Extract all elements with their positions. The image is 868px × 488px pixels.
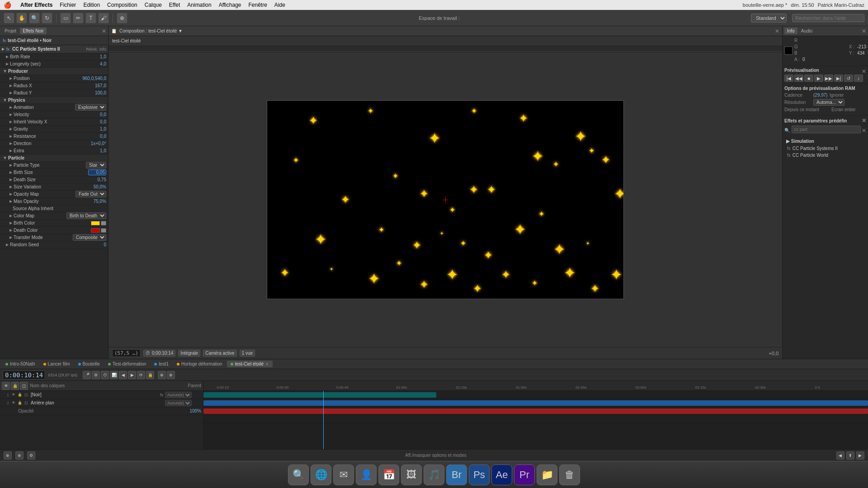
right-panel-close[interactable]: ✕ [862, 28, 866, 34]
preview-last-btn[interactable]: ▶| [834, 75, 843, 82]
layer-lock-1[interactable]: 🔒 [17, 392, 23, 398]
menu-animation[interactable]: Animation [187, 2, 211, 8]
tl-btn-2[interactable]: ⏱ [101, 371, 109, 379]
size-variation-value[interactable]: 50,0% [88, 184, 106, 189]
dock-trash[interactable]: 🗑 [559, 465, 580, 485]
timeline-timecode[interactable]: 0:00:10:14 [3, 371, 45, 380]
comp-panel-close[interactable]: ✕ [775, 28, 779, 34]
cadence-value[interactable]: (29,97) [813, 93, 828, 98]
dock-pr[interactable]: Pr [514, 465, 535, 485]
death-size-value[interactable]: 0,75 [88, 177, 106, 182]
tool-select[interactable]: ↖ [4, 13, 14, 23]
radius-y-value[interactable]: 100,0 [88, 90, 106, 95]
birth-color-swatch2[interactable] [101, 221, 106, 225]
preview-prev-btn[interactable]: ◀◀ [794, 75, 803, 82]
producer-expand[interactable]: ▶ [4, 70, 7, 73]
tl-layer-1[interactable]: 1 👁 🔒 ◫ [Noir] fx Aucun(e) [0, 391, 203, 399]
random-seed-expand[interactable]: ▶ [5, 243, 9, 247]
bottom-btn-1[interactable]: ⊗ [15, 451, 24, 460]
longevity-value[interactable]: 4,0 [88, 61, 106, 66]
dock-calendar[interactable]: 📅 [378, 465, 399, 485]
birth-color-expand[interactable]: ▶ [9, 221, 13, 225]
max-opacity-expand[interactable]: ▶ [9, 200, 13, 203]
layer-3d-2[interactable]: ◫ [24, 400, 29, 406]
layer-vis-1[interactable]: 👁 [11, 392, 16, 398]
dock-ae[interactable]: Ae [491, 465, 512, 485]
tl-mode-1[interactable]: ⊗ [167, 371, 175, 379]
layer-parent-select-2[interactable]: Aucun(e) [165, 400, 192, 406]
tool-puppet[interactable]: ⊕ [117, 13, 127, 23]
velocity-value[interactable]: 0,0 [88, 112, 106, 117]
workspace-selector[interactable]: Standard [751, 14, 787, 23]
menu-affichage[interactable]: Affichage [219, 2, 241, 8]
panel-close-icon[interactable]: ✕ [102, 28, 106, 34]
apple-logo-icon[interactable]: 🍎 [4, 1, 11, 9]
birth-rate-value[interactable]: 1,0 [88, 54, 106, 59]
menu-composition[interactable]: Composition [107, 2, 137, 8]
tl-tab-2[interactable]: Bouteille [75, 361, 104, 367]
animation-expand[interactable]: ▶ [9, 106, 13, 109]
effect-reset-btn[interactable]: Réinit. [86, 47, 98, 52]
random-seed-value[interactable]: 0 [88, 242, 106, 247]
inherit-velocity-expand[interactable]: ▶ [9, 120, 13, 124]
tl-btn-5[interactable]: ▶ [128, 371, 136, 379]
tl-btn-1[interactable]: ⚙ [92, 371, 100, 379]
effects-search-input[interactable] [792, 126, 861, 133]
extra-expand[interactable]: ▶ [9, 149, 13, 153]
physics-expand[interactable]: ▶ [4, 99, 7, 102]
tl-tab-5[interactable]: Horloge déformation [173, 361, 226, 367]
tl-header-btn-2[interactable]: ◫ [20, 382, 28, 390]
radius-y-expand[interactable]: ▶ [9, 91, 13, 95]
bottom-arrow-right[interactable]: ▶ [856, 451, 864, 460]
menu-fenetre[interactable]: Fenêtre [248, 2, 267, 8]
particle-type-dropdown[interactable]: Star [86, 162, 106, 169]
dock-bridge[interactable]: Br [446, 465, 467, 485]
inherit-velocity-value[interactable]: 0,0 [88, 119, 106, 124]
tl-tab-4[interactable]: test1 [151, 361, 172, 367]
camera-selector[interactable]: Caméra active [203, 350, 236, 357]
tool-text[interactable]: T [85, 13, 96, 23]
birth-size-expand[interactable]: ▶ [9, 171, 13, 174]
color-map-expand[interactable]: ▶ [9, 214, 13, 218]
layer-3d-1[interactable]: ◫ [24, 392, 29, 398]
menu-effet[interactable]: Effet [169, 2, 180, 8]
direction-expand[interactable]: ▶ [9, 142, 13, 145]
fps-selector[interactable]: ⏱ 0;00:10:14 [143, 350, 175, 357]
tool-rotate[interactable]: ↻ [42, 13, 52, 23]
transfer-mode-expand[interactable]: ▶ [9, 236, 13, 239]
direction-value[interactable]: 1x+0,0° [88, 141, 106, 146]
effects-close-icon[interactable]: ✕ [862, 117, 866, 124]
birth-rate-expand[interactable]: ▶ [5, 55, 9, 59]
velocity-expand[interactable]: ▶ [9, 113, 13, 117]
preview-play-btn[interactable]: ▶ [814, 75, 823, 82]
tl-mode-0[interactable]: ⊕ [158, 371, 166, 379]
view-count[interactable]: 1 vue [240, 350, 255, 357]
dock-mail[interactable]: ✉ [333, 465, 354, 485]
tl-tab-close-6[interactable]: ✕ [265, 362, 269, 366]
dock-finder[interactable]: 🔍 [288, 465, 309, 485]
layer-lock-2[interactable]: 🔒 [17, 400, 23, 406]
effects-search-clear[interactable]: ✕ [862, 127, 866, 134]
dock-safari[interactable]: 🌐 [311, 465, 331, 485]
tl-tab-0[interactable]: Intro-50Nath [2, 361, 39, 367]
tool-rect[interactable]: ▭ [60, 13, 71, 23]
bottom-expand[interactable]: ⬆ [846, 451, 854, 460]
extra-value[interactable]: 1,0 [88, 148, 106, 153]
tool-hand[interactable]: ✋ [16, 13, 27, 23]
bottom-btn-2[interactable]: ⚙ [27, 451, 35, 460]
color-map-dropdown[interactable]: Birth to Death [66, 212, 106, 219]
composition-canvas[interactable]: ✦✦✦✦✦✦✦✦✦✦✦✦✦✦✦✦✦✦✦✦✦✦✦✦✦✦✦✦✦✦✦✦✦✦✦✦✦✦✦✦ [267, 100, 624, 299]
opacity-map-dropdown[interactable]: Fade Out [75, 191, 106, 197]
bottom-arrow-left[interactable]: ◀ [836, 451, 844, 460]
birth-color-swatch[interactable] [91, 221, 100, 225]
tl-tab-6[interactable]: test-Ciel étoilé ✕ [227, 361, 273, 367]
tab-info[interactable]: Info [784, 28, 797, 34]
dock-ps[interactable]: Ps [469, 465, 490, 485]
tl-header-btn-0[interactable]: 👁 [2, 382, 10, 390]
tl-tab-3[interactable]: Test-déformation [104, 361, 150, 367]
tab-projet[interactable]: Projet [2, 28, 19, 34]
tool-zoom[interactable]: 🔍 [29, 13, 40, 23]
producer-section[interactable]: ▶ Producer [0, 68, 108, 75]
menu-aide[interactable]: Aide [274, 2, 285, 8]
particle-expand[interactable]: ▶ [4, 156, 7, 160]
